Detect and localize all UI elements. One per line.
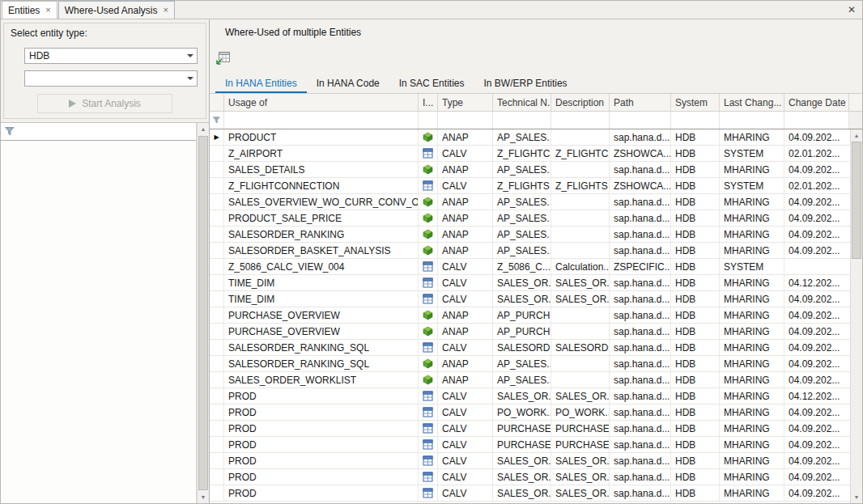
grid-scrollbar[interactable]: ▲ ▼: [850, 129, 862, 503]
table-row[interactable]: Z_5086_CALC_VIEW_004 CALVZ_5086_C...Calc…: [210, 259, 850, 275]
filter-cell-description[interactable]: [551, 112, 610, 129]
result-tabstrip: In HANA Entities In HANA Code In SAC Ent…: [210, 74, 862, 94]
sidebar-scrollbar[interactable]: ▲ ▼: [197, 123, 209, 503]
table-row[interactable]: TIME_DIM CALVSALES_OR...SALES_OR...sap.h…: [210, 291, 850, 307]
column-header-change-date[interactable]: Change Date: [784, 94, 849, 111]
table-row[interactable]: PROD CALVPO_WORK...PO_WORK...sap.hana.d.…: [210, 404, 850, 421]
column-header-type[interactable]: Type: [438, 94, 493, 111]
calv-icon: [423, 488, 433, 498]
entity-type-group: Select entity type: HDB Start Analysis: [3, 23, 206, 119]
filter-cell-icon[interactable]: [419, 112, 438, 129]
cell-path: sap.hana.d...: [610, 485, 671, 501]
cell-type-icon: [419, 194, 438, 210]
table-row[interactable]: PROD CALVPURCHASE...PURCHASE...sap.hana.…: [210, 437, 850, 453]
tab-in-hana-entities[interactable]: In HANA Entities: [215, 74, 307, 93]
table-row[interactable]: PROD CALVSALES_OR...SALES_OR...sap.hana.…: [210, 453, 850, 469]
scrollbar-thumb[interactable]: [852, 142, 861, 259]
column-header-icon[interactable]: I...: [419, 94, 438, 111]
tab-entities[interactable]: Entities ×: [2, 1, 57, 19]
close-icon[interactable]: ✕: [841, 1, 862, 19]
scroll-up-icon[interactable]: ▲: [198, 123, 209, 135]
filter-cell-system[interactable]: [671, 112, 720, 129]
column-header-usage-of[interactable]: Usage of: [224, 94, 419, 111]
cell-change-date: 04.09.202...: [784, 404, 850, 420]
cell-last-changed-by: MHARING: [720, 243, 784, 258]
cell-system: HDB: [671, 340, 720, 355]
cell-usage-of: PROD: [224, 421, 419, 436]
tab-close-icon[interactable]: ×: [164, 6, 168, 15]
table-row[interactable]: Z_AIRPORT CALVZ_FLIGHTC...Z_FLIGHTC...ZS…: [210, 146, 850, 162]
filter-icon-cell[interactable]: [210, 112, 224, 129]
table-row[interactable]: SALESORDER_RANKING_SQL ANAPAP_SALES...sa…: [210, 356, 850, 372]
cell-technical-name: AP_SALES...: [493, 129, 551, 145]
calv-icon: [423, 472, 433, 482]
cell-description: Z_FLIGHTS: [551, 178, 610, 193]
filter-cell-type[interactable]: [438, 112, 493, 129]
column-header-path[interactable]: Path: [610, 94, 671, 111]
column-header-system[interactable]: System: [671, 94, 720, 111]
scrollbar-track[interactable]: [851, 142, 862, 491]
table-row[interactable]: PURCHASE_OVERVIEW ANAPAP_PURCH...sap.han…: [210, 307, 850, 324]
table-row[interactable]: SALESORDER_RANKING ANAPAP_SALES...sap.ha…: [210, 227, 850, 243]
tab-in-hana-code[interactable]: In HANA Code: [307, 74, 389, 93]
table-row[interactable]: SALES_OVERVIEW_WO_CURR_CONV_OPT ANAPAP_S…: [210, 194, 850, 210]
table-row[interactable]: PROD CALVSALES_OR...SALES_OR...sap.hana.…: [210, 485, 850, 502]
table-row[interactable]: SALESORDER_RANKING_SQL CALVSALESORD...SA…: [210, 340, 850, 356]
table-row[interactable]: PRODUCT_SALE_PRICE ANAPAP_SALES...sap.ha…: [210, 210, 850, 227]
cell-technical-name: SALES_OR...: [493, 388, 551, 404]
column-header-description[interactable]: Description: [551, 94, 610, 111]
tab-in-bw-erp-entities[interactable]: In BW/ERP Entities: [474, 74, 576, 93]
scroll-down-icon[interactable]: ▼: [851, 491, 862, 503]
filter-cell-path[interactable]: [610, 112, 671, 129]
export-excel-button[interactable]: [215, 50, 231, 66]
cell-type: CALV: [438, 178, 493, 193]
table-row[interactable]: TIME_DIM CALVSALES_OR...SALES_OR...sap.h…: [210, 275, 850, 291]
anap-icon: [423, 326, 433, 337]
header-filler: [849, 94, 862, 111]
cell-change-date: 04.09.202...: [784, 243, 850, 258]
tab-where-used-analysis[interactable]: Where-Used Analysis ×: [58, 1, 175, 19]
cell-type: CALV: [438, 421, 493, 436]
table-row[interactable]: SALESORDER_BASKET_ANALYSIS ANAPAP_SALES.…: [210, 243, 850, 259]
filter-cell-last-changed[interactable]: [720, 112, 784, 129]
start-analysis-button[interactable]: Start Analysis: [37, 94, 172, 113]
filter-cell-change-date[interactable]: [784, 112, 849, 129]
scrollbar-track[interactable]: [198, 135, 209, 491]
cell-path: sap.hana.d...: [610, 404, 671, 420]
table-row[interactable]: PROD CALVPURCHASE...PURCHASE...sap.hana.…: [210, 421, 850, 437]
export-excel-icon: [216, 52, 230, 65]
table-row[interactable]: SALES_ORDER_WORKLIST ANAPAP_SALES...sap.…: [210, 372, 850, 388]
filter-cell-technical-name[interactable]: [493, 112, 551, 129]
table-row[interactable]: ▶PRODUCT ANAPAP_SALES...sap.hana.d...HDB…: [210, 129, 850, 146]
chevron-down-icon: [187, 77, 193, 80]
entity-type-dropdown[interactable]: HDB: [24, 48, 198, 64]
cell-path: sap.hana.d...: [610, 243, 671, 258]
scroll-down-icon[interactable]: ▼: [198, 491, 209, 503]
table-row[interactable]: Z_FLIGHTCONNECTION CALVZ_FLIGHTSZ_FLIGHT…: [210, 178, 850, 194]
tree-empty-area[interactable]: [1, 141, 196, 503]
cell-system: HDB: [671, 243, 720, 258]
dropdown-button[interactable]: [183, 49, 197, 63]
cell-system: HDB: [671, 259, 720, 274]
cell-technical-name: AP_SALES...: [493, 194, 551, 210]
table-row[interactable]: PROD CALVSALES_OR...SALES_OR...sap.hana.…: [210, 469, 850, 485]
table-row[interactable]: PURCHASE_OVERVIEW ANAPAP_PURCH...sap.han…: [210, 324, 850, 340]
row-indicator: [210, 210, 224, 226]
tab-close-icon[interactable]: ×: [45, 6, 50, 15]
column-header-technical-name[interactable]: Technical N...: [493, 94, 551, 111]
cell-technical-name: SALES_OR...: [493, 469, 551, 485]
scrollbar-thumb[interactable]: [198, 136, 208, 490]
tab-in-sac-entities[interactable]: In SAC Entities: [389, 74, 474, 93]
filter-cell-usage-of[interactable]: [224, 112, 419, 129]
cell-system: HDB: [671, 227, 720, 242]
cell-system: HDB: [671, 275, 720, 290]
entity-dropdown[interactable]: [24, 70, 198, 87]
column-header-last-changed[interactable]: Last Chang...: [720, 94, 784, 111]
play-icon: [69, 100, 76, 108]
scroll-up-icon[interactable]: ▲: [851, 129, 862, 142]
table-row[interactable]: PROD CALVSALES_OR...SALES_OR...sap.hana.…: [210, 388, 850, 404]
tree-filter-row[interactable]: [1, 123, 196, 141]
content-area: Select entity type: HDB Start Analysis: [1, 19, 862, 503]
dropdown-button[interactable]: [183, 71, 197, 86]
table-row[interactable]: SALES_DETAILS ANAPAP_SALES...sap.hana.d.…: [210, 162, 850, 178]
